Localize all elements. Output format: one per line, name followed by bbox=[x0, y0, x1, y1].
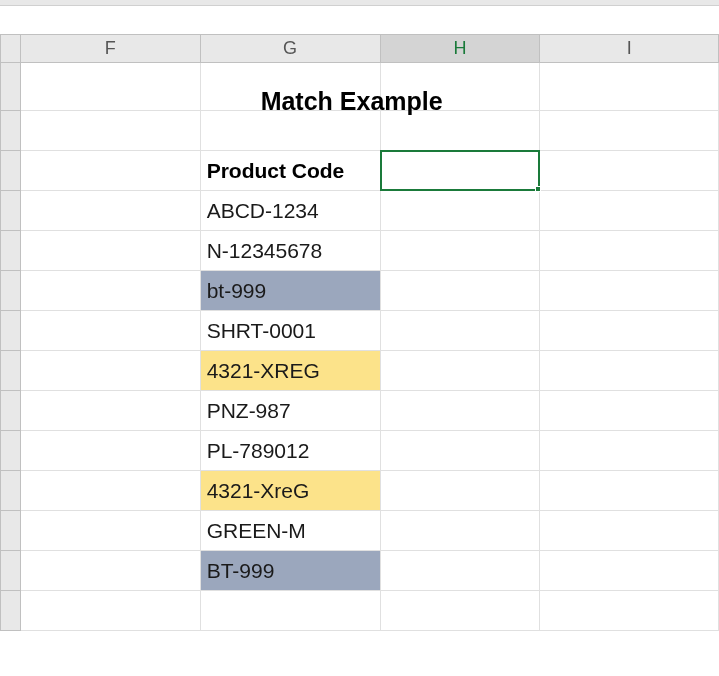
cell[interactable] bbox=[20, 111, 200, 151]
row-header[interactable] bbox=[1, 111, 21, 151]
selection-outline bbox=[380, 150, 541, 191]
data-cell[interactable]: 4321-XreG bbox=[200, 471, 380, 511]
column-header-H[interactable]: H bbox=[380, 35, 540, 63]
row-header[interactable] bbox=[1, 271, 21, 311]
row-header[interactable] bbox=[1, 391, 21, 431]
data-cell[interactable]: ABCD-1234 bbox=[200, 191, 380, 231]
row-header[interactable] bbox=[1, 311, 21, 351]
cell-value: bt-999 bbox=[207, 279, 267, 302]
row-header[interactable] bbox=[1, 471, 21, 511]
cell[interactable] bbox=[20, 231, 200, 271]
cell[interactable] bbox=[20, 63, 200, 111]
data-cell[interactable]: SHRT-0001 bbox=[200, 311, 380, 351]
row-header[interactable] bbox=[1, 191, 21, 231]
cell[interactable] bbox=[380, 351, 540, 391]
cell-value: 4321-XREG bbox=[207, 359, 320, 382]
cell[interactable] bbox=[380, 231, 540, 271]
ribbon-gap bbox=[0, 6, 719, 34]
cell[interactable] bbox=[380, 111, 540, 151]
row-header[interactable] bbox=[1, 511, 21, 551]
cell[interactable] bbox=[540, 591, 719, 631]
cell-value: N-12345678 bbox=[207, 239, 323, 262]
cell[interactable] bbox=[540, 311, 719, 351]
cell[interactable] bbox=[20, 311, 200, 351]
data-cell[interactable]: 4321-XREG bbox=[200, 351, 380, 391]
data-cell[interactable]: GREEN-M bbox=[200, 511, 380, 551]
cell[interactable] bbox=[380, 191, 540, 231]
cell[interactable] bbox=[20, 431, 200, 471]
row-header[interactable] bbox=[1, 591, 21, 631]
cell[interactable] bbox=[540, 391, 719, 431]
cell-product-code-header[interactable]: Product Code bbox=[200, 151, 380, 191]
cell[interactable] bbox=[380, 471, 540, 511]
data-cell[interactable]: PL-789012 bbox=[200, 431, 380, 471]
row-header[interactable] bbox=[1, 231, 21, 271]
cell[interactable] bbox=[540, 191, 719, 231]
header-text: Product Code bbox=[207, 159, 345, 182]
select-all-corner[interactable] bbox=[1, 35, 21, 63]
column-header-G[interactable]: G bbox=[200, 35, 380, 63]
cell[interactable] bbox=[540, 551, 719, 591]
data-cell[interactable]: BT-999 bbox=[200, 551, 380, 591]
row-header[interactable] bbox=[1, 151, 21, 191]
cell-value: PNZ-987 bbox=[207, 399, 291, 422]
cell[interactable] bbox=[540, 271, 719, 311]
cell[interactable] bbox=[540, 231, 719, 271]
cell[interactable] bbox=[20, 471, 200, 511]
cell[interactable] bbox=[200, 591, 380, 631]
cell[interactable] bbox=[20, 391, 200, 431]
data-cell[interactable]: N-12345678 bbox=[200, 231, 380, 271]
row-header[interactable] bbox=[1, 351, 21, 391]
cell-value: 4321-XreG bbox=[207, 479, 310, 502]
data-cell[interactable]: bt-999 bbox=[200, 271, 380, 311]
cell[interactable] bbox=[540, 151, 719, 191]
column-header-F[interactable]: F bbox=[20, 35, 200, 63]
cell[interactable] bbox=[380, 391, 540, 431]
cell[interactable] bbox=[540, 63, 719, 111]
title-text: Match Example bbox=[261, 87, 443, 116]
spreadsheet-grid[interactable]: F G H I Match Example Product Code ABCD-… bbox=[0, 34, 719, 631]
cell[interactable] bbox=[20, 151, 200, 191]
cell[interactable] bbox=[540, 351, 719, 391]
cell[interactable] bbox=[20, 551, 200, 591]
row-header[interactable] bbox=[1, 551, 21, 591]
cell[interactable] bbox=[200, 111, 380, 151]
cell[interactable] bbox=[380, 311, 540, 351]
cell[interactable] bbox=[540, 111, 719, 151]
cell[interactable] bbox=[20, 511, 200, 551]
cell[interactable] bbox=[380, 551, 540, 591]
column-header-I[interactable]: I bbox=[540, 35, 719, 63]
cell[interactable]: Match Example bbox=[200, 63, 380, 111]
cell-value: GREEN-M bbox=[207, 519, 306, 542]
row-header[interactable] bbox=[1, 63, 21, 111]
cell-value: SHRT-0001 bbox=[207, 319, 316, 342]
cell-value: PL-789012 bbox=[207, 439, 310, 462]
cell-value: ABCD-1234 bbox=[207, 199, 319, 222]
cell[interactable] bbox=[20, 191, 200, 231]
cell[interactable] bbox=[20, 591, 200, 631]
cell[interactable] bbox=[380, 511, 540, 551]
cell[interactable] bbox=[380, 431, 540, 471]
cell[interactable] bbox=[20, 351, 200, 391]
selected-cell[interactable] bbox=[380, 151, 540, 191]
cell[interactable] bbox=[20, 271, 200, 311]
cell-value: BT-999 bbox=[207, 559, 275, 582]
cell[interactable] bbox=[540, 471, 719, 511]
cell[interactable] bbox=[380, 271, 540, 311]
data-cell[interactable]: PNZ-987 bbox=[200, 391, 380, 431]
cell[interactable] bbox=[540, 511, 719, 551]
row-header[interactable] bbox=[1, 431, 21, 471]
cell[interactable] bbox=[540, 431, 719, 471]
cell[interactable] bbox=[380, 591, 540, 631]
